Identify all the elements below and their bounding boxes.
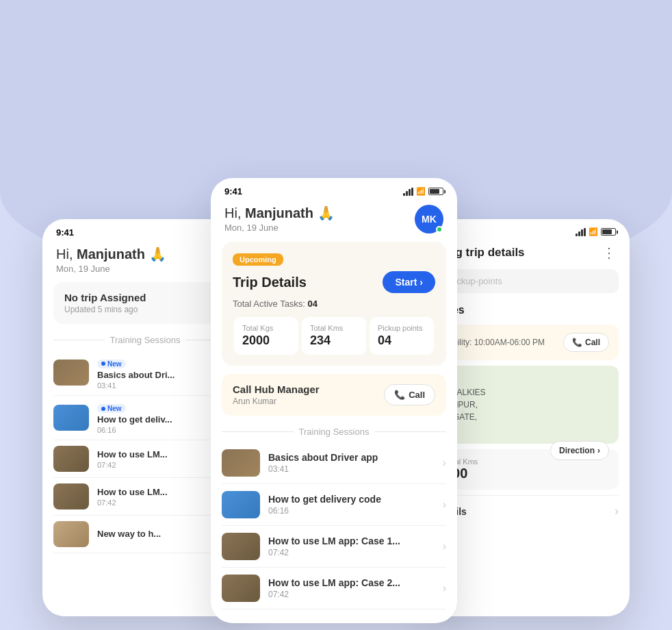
- left-greeting: Hi, Manjunath 🙏: [56, 246, 166, 262]
- right-phone-icon: 📞: [572, 338, 582, 347]
- active-tasks: Total Active Tasks: 04: [233, 299, 435, 309]
- call-hub-card: Call Hub Manager Arun Kumar 📞 Call: [222, 374, 446, 416]
- list-item[interactable]: Basics about Driver app 03:41 ›: [222, 442, 446, 484]
- center-phone-header: Hi, Manjunath 🙏 Mon, 19 June MK: [211, 199, 457, 242]
- no-trip-title: No trip Assigned: [64, 292, 146, 303]
- stat-pickup: Pickup points 04: [370, 317, 434, 355]
- center-time: 9:41: [224, 186, 242, 197]
- list-item[interactable]: New way to h...: [53, 516, 237, 553]
- right-signal-icon: [576, 228, 586, 236]
- kms-value: 100: [445, 466, 609, 481]
- center-thumb-3: [222, 533, 260, 560]
- center-greeting: Hi, Manjunath 🙏: [224, 205, 335, 221]
- chevron-right-icon: ›: [443, 499, 446, 511]
- list-item[interactable]: How to use LM app: Case 1... 07:42 ›: [222, 526, 446, 568]
- center-training-list: Basics about Driver app 03:41 › How to g…: [211, 442, 457, 609]
- map-address: IAL S TALKIES ITHPUR, H GATE, 2: [445, 374, 609, 436]
- signal-icon: [403, 188, 413, 196]
- avatar-online-dot: [436, 226, 443, 233]
- trip-card: Upcoming Trip Details Start › Total Acti…: [222, 242, 446, 366]
- battery-icon: [428, 188, 443, 195]
- chevron-right-icon: ›: [443, 540, 446, 553]
- no-trip-subtitle: Updated 5 mins ago: [64, 305, 146, 314]
- stat-kgs: Total Kgs 2000: [234, 317, 298, 355]
- start-button[interactable]: Start ›: [383, 271, 435, 293]
- details-row[interactable]: Details ›: [435, 495, 619, 527]
- list-item[interactable]: How to use LM... 07:42: [53, 478, 237, 516]
- left-time: 9:41: [56, 227, 74, 238]
- center-section-header: Training Sessions: [211, 424, 457, 442]
- phone-icon: 📞: [394, 390, 405, 400]
- status-icons: 📶: [403, 187, 443, 196]
- trip-stats: Total Kgs 2000 Total Kms 234 Pickup poin…: [233, 317, 435, 355]
- upcoming-badge: Upcoming: [233, 253, 283, 266]
- thumb-4: [53, 483, 89, 509]
- list-item[interactable]: New How to get deliv... 06:16: [53, 396, 237, 441]
- more-options-icon[interactable]: ⋮: [602, 244, 616, 261]
- list-item[interactable]: How to use LM app: Case 2... 07:42 ›: [222, 568, 446, 609]
- new-badge: New: [97, 360, 126, 368]
- center-thumb-1: [222, 449, 260, 477]
- list-item[interactable]: New Basics about Dri... 03:41: [53, 351, 237, 396]
- call-manager-title: Call Hub Manager: [233, 383, 320, 395]
- right-wifi-icon: 📶: [589, 227, 598, 236]
- thumb-5: [53, 521, 89, 547]
- center-status-bar: 9:41 📶: [211, 178, 457, 199]
- new-badge: New: [97, 404, 126, 413]
- list-item[interactable]: How to get delivery code 06:16 ›: [222, 484, 446, 526]
- chevron-right-icon: ›: [443, 457, 446, 469]
- search-bar[interactable]: t pickup-points: [435, 269, 619, 293]
- right-call-button[interactable]: 📞 Call: [563, 333, 609, 352]
- center-date: Mon, 19 June: [224, 223, 335, 233]
- avatar: MK: [415, 205, 443, 234]
- left-date: Mon, 19 June: [56, 264, 166, 274]
- trip-title: Trip Details: [233, 275, 307, 290]
- wifi-icon: 📶: [416, 187, 426, 196]
- list-item[interactable]: How to use LM... 07:42: [53, 440, 237, 478]
- thumb-3: [53, 446, 89, 472]
- right-status-icons: 📶: [576, 227, 616, 236]
- call-manager-subtitle: Arun Kumar: [233, 396, 320, 406]
- right-call-card: ilability: 10:00AM-06:00 PM 📞 Call: [435, 325, 619, 360]
- stat-kms: Total Kms 234: [302, 317, 366, 355]
- thumb-2: [53, 405, 89, 431]
- availability-text: ilability: 10:00AM-06:00 PM: [445, 338, 545, 347]
- map-card: IAL S TALKIES ITHPUR, H GATE, 2 Directio…: [435, 366, 619, 444]
- no-trip-card: No trip Assigned Updated 5 mins ago: [53, 282, 237, 324]
- details-chevron-icon: ›: [615, 504, 619, 518]
- call-button[interactable]: 📞 Call: [384, 384, 435, 405]
- right-battery-icon: [601, 228, 616, 236]
- center-thumb-4: [222, 575, 260, 602]
- center-phone: 9:41 📶 Hi, Manjunath 🙏 Mon, 19 June: [211, 178, 457, 623]
- chevron-right-icon: ›: [443, 582, 446, 594]
- direction-button[interactable]: Direction ›: [550, 441, 609, 460]
- center-thumb-2: [222, 491, 260, 518]
- thumb-1: [53, 360, 89, 386]
